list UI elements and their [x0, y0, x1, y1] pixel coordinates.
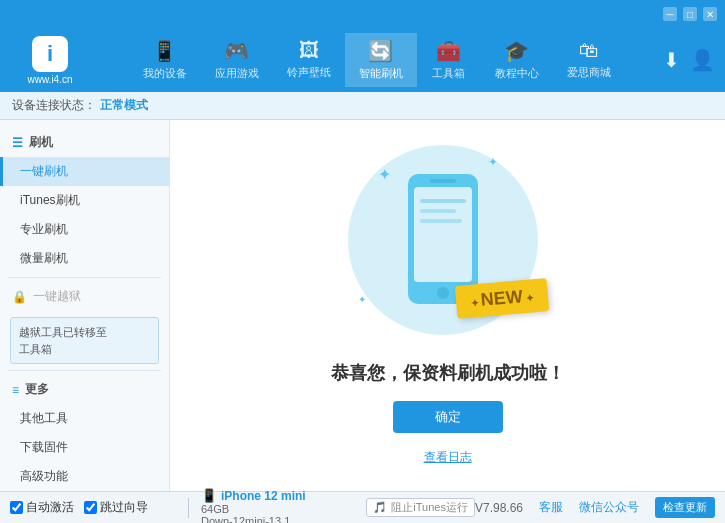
skip-wizard-label: 跳过向导 [100, 499, 148, 516]
main-content: ☰ 刷机 一键刷机 iTunes刷机 专业刷机 微量刷机 🔒 一键越狱 越狱工具… [0, 120, 725, 491]
sidebar-item-other-tools[interactable]: 其他工具 [0, 404, 169, 433]
confirm-button[interactable]: 确定 [393, 401, 503, 433]
device-os: Down-12mini-13,1 [201, 515, 366, 523]
status-label: 设备连接状态： [12, 97, 96, 114]
itunes-block[interactable]: 🎵 阻止iTunes运行 [366, 498, 475, 517]
svg-rect-4 [420, 199, 466, 203]
smart-flash-label: 智能刷机 [359, 66, 403, 81]
header: i www.i4.cn 📱 我的设备 🎮 应用游戏 🖼 铃声壁纸 🔄 智能刷机 … [0, 28, 725, 92]
user-icon[interactable]: 👤 [690, 48, 715, 72]
logo-icon: i [32, 36, 68, 72]
bottom-footer: 🎵 阻止iTunes运行 [366, 498, 475, 517]
minimize-button[interactable]: ─ [663, 7, 677, 21]
sparkle-1: ✦ [378, 165, 391, 184]
sidebar-section-flash: ☰ 刷机 [0, 128, 169, 157]
more-section-icon: ≡ [12, 383, 19, 397]
status-value: 正常模式 [100, 97, 148, 114]
skip-wizard-checkbox[interactable]: 跳过向导 [84, 499, 148, 516]
title-bar: ─ □ ✕ [0, 0, 725, 28]
nav-my-device[interactable]: 📱 我的设备 [129, 33, 201, 87]
bottom-right: V7.98.66 客服 微信公众号 检查更新 [475, 497, 715, 518]
my-device-label: 我的设备 [143, 66, 187, 81]
sidebar-item-itunes-flash[interactable]: iTunes刷机 [0, 186, 169, 215]
window-controls[interactable]: ─ □ ✕ [663, 7, 717, 21]
auto-start-checkbox[interactable]: 自动激活 [10, 499, 74, 516]
more-section-label: 更多 [25, 381, 49, 398]
sidebar-info-box: 越狱工具已转移至工具箱 [10, 317, 159, 364]
sidebar-item-advanced[interactable]: 高级功能 [0, 462, 169, 491]
itunes-label: 阻止iTunes运行 [391, 500, 468, 515]
skip-wizard-input[interactable] [84, 501, 97, 514]
nav-toolbox[interactable]: 🧰 工具箱 [417, 33, 481, 87]
success-card: ✦ ✦ ✦ [331, 145, 565, 466]
flash-section-icon: ☰ [12, 136, 23, 150]
svg-point-2 [437, 287, 449, 299]
svg-rect-3 [430, 179, 456, 183]
secondary-link[interactable]: 查看日志 [424, 449, 472, 466]
sidebar-item-download-firmware[interactable]: 下载固件 [0, 433, 169, 462]
nav-app-games[interactable]: 🎮 应用游戏 [201, 33, 273, 87]
info-box-text: 越狱工具已转移至工具箱 [19, 326, 107, 355]
sparkle-3: ✦ [358, 294, 366, 305]
success-text: 恭喜您，保资料刷机成功啦！ [331, 361, 565, 385]
logo-text: www.i4.cn [27, 74, 72, 85]
mall-label: 爱思商城 [567, 65, 611, 80]
svg-rect-5 [420, 209, 456, 213]
sidebar-item-micro-flash[interactable]: 微量刷机 [0, 244, 169, 273]
jailbreak-label: 一键越狱 [33, 288, 81, 305]
header-right: ⬇ 👤 [663, 48, 715, 72]
toolbox-icon: 🧰 [436, 39, 461, 63]
device-name: iPhone 12 mini [221, 489, 306, 503]
sidebar-section-more: ≡ 更多 [0, 375, 169, 404]
sidebar-item-pro-flash[interactable]: 专业刷机 [0, 215, 169, 244]
app-games-label: 应用游戏 [215, 66, 259, 81]
itunes-icon: 🎵 [373, 501, 387, 514]
bottom-left: 自动激活 跳过向导 [10, 499, 180, 516]
nav-wallpaper[interactable]: 🖼 铃声壁纸 [273, 33, 345, 87]
wechat-link[interactable]: 微信公众号 [579, 499, 639, 516]
sidebar-separator-2 [8, 370, 161, 371]
bottom-separator [188, 498, 189, 518]
auto-start-input[interactable] [10, 501, 23, 514]
sidebar-item-one-click-flash[interactable]: 一键刷机 [0, 157, 169, 186]
bottom-bar: 自动激活 跳过向导 📱 iPhone 12 mini 64GB Down-12m… [0, 491, 725, 523]
toolbox-label: 工具箱 [432, 66, 465, 81]
app-games-icon: 🎮 [224, 39, 249, 63]
tutorial-icon: 🎓 [504, 39, 529, 63]
update-button[interactable]: 检查更新 [655, 497, 715, 518]
maximize-button[interactable]: □ [683, 7, 697, 21]
my-device-icon: 📱 [152, 39, 177, 63]
status-bar: 设备连接状态： 正常模式 [0, 92, 725, 120]
version-text: V7.98.66 [475, 501, 523, 515]
new-badge: NEW [455, 278, 549, 319]
download-icon[interactable]: ⬇ [663, 48, 680, 72]
nav-smart-flash[interactable]: 🔄 智能刷机 [345, 33, 417, 87]
support-link[interactable]: 客服 [539, 499, 563, 516]
nav-mall[interactable]: 🛍 爱思商城 [553, 33, 625, 87]
flash-section-label: 刷机 [29, 134, 53, 151]
svg-rect-6 [420, 219, 462, 223]
content-area: ✦ ✦ ✦ [170, 120, 725, 491]
sidebar-disabled-jailbreak: 🔒 一键越狱 [0, 282, 169, 311]
phone-small-icon: 📱 [201, 488, 217, 503]
sparkle-2: ✦ [488, 155, 498, 169]
wallpaper-label: 铃声壁纸 [287, 65, 331, 80]
nav-tutorial[interactable]: 🎓 教程中心 [481, 33, 553, 87]
sidebar: ☰ 刷机 一键刷机 iTunes刷机 专业刷机 微量刷机 🔒 一键越狱 越狱工具… [0, 120, 170, 491]
tutorial-label: 教程中心 [495, 66, 539, 81]
phone-circle-bg: ✦ ✦ ✦ [348, 145, 538, 335]
device-storage: 64GB [201, 503, 366, 515]
nav-items: 📱 我的设备 🎮 应用游戏 🖼 铃声壁纸 🔄 智能刷机 🧰 工具箱 🎓 教程中心… [100, 33, 653, 87]
wallpaper-icon: 🖼 [299, 39, 319, 62]
device-info: 📱 iPhone 12 mini 64GB Down-12mini-13,1 [197, 488, 366, 523]
auto-start-label: 自动激活 [26, 499, 74, 516]
smart-flash-icon: 🔄 [368, 39, 393, 63]
lock-icon: 🔒 [12, 290, 27, 304]
logo[interactable]: i www.i4.cn [10, 36, 90, 85]
sidebar-separator-1 [8, 277, 161, 278]
mall-icon: 🛍 [579, 39, 599, 62]
close-button[interactable]: ✕ [703, 7, 717, 21]
phone-illustration: ✦ ✦ ✦ [348, 145, 548, 345]
